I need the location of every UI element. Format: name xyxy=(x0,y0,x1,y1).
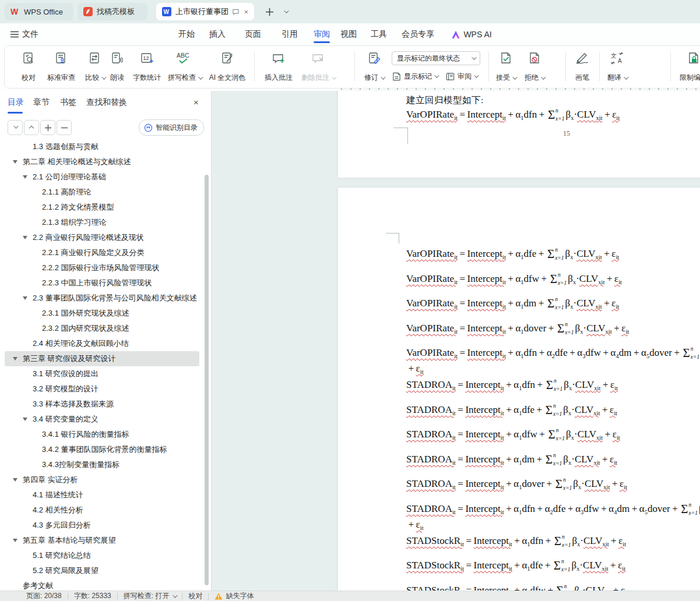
toc-item[interactable]: 4.2 相关性分析 xyxy=(5,503,199,518)
toc-item-label: 第二章 相关理论概述与文献综述 xyxy=(23,157,131,167)
toc-item-label: 5.2 研究局限及展望 xyxy=(33,565,99,576)
new-tab-button[interactable] xyxy=(262,5,276,19)
tab-comment-icon[interactable] xyxy=(232,8,240,16)
menu-review[interactable]: 审阅 xyxy=(309,28,335,41)
wps-ai-button[interactable]: WPS AI xyxy=(450,28,493,41)
marks-state-dropdown[interactable]: 显示标记的最终状态 xyxy=(392,51,480,65)
wps-logo-icon: W xyxy=(10,7,20,16)
reject-button[interactable]: 拒绝 xyxy=(521,50,548,83)
toc-collapse-arrow-icon[interactable] xyxy=(13,478,17,482)
proofread-button[interactable]: 校对 xyxy=(16,50,41,83)
tab-wps-office[interactable]: W WPS Office xyxy=(5,3,73,20)
toc-item[interactable]: 2.3.2 国内研究现状及综述 xyxy=(5,321,199,336)
tab-label: WPS Office xyxy=(24,8,63,16)
show-marks-button[interactable]: 显示标记 xyxy=(392,70,438,83)
collapse-all-button[interactable] xyxy=(24,120,39,135)
sidebar-tab-chapters[interactable]: 章节 xyxy=(33,97,50,108)
toc-collapse-arrow-icon[interactable] xyxy=(23,236,27,239)
zoom-out-outline-button[interactable] xyxy=(57,120,72,135)
insert-comment-button[interactable]: 插入批注 xyxy=(261,50,296,83)
standard-review-button[interactable]: 标准审查 xyxy=(44,50,79,83)
document-page-16[interactable]: VarOPIRateit=Interceptit+α1dfe+Σnx=1 βx … xyxy=(338,188,700,591)
menu-member[interactable]: 会员专享 xyxy=(399,28,437,41)
compare-button[interactable]: 比较 xyxy=(81,50,109,83)
toc-item-label: 3.3 样本选择及数据来源 xyxy=(33,399,114,409)
menu-home[interactable]: 开始 xyxy=(174,28,199,41)
file-menu[interactable]: 文件 xyxy=(8,28,41,41)
toc-item[interactable]: 2.1.1 高阶理论 xyxy=(5,185,199,200)
menu-bar: 文件 开始 插入 页面 引用 审阅 视图 工具 会员专享 WPS AI xyxy=(0,23,700,44)
toc-item[interactable]: 2.1.2 跨文化情景模型 xyxy=(5,200,199,215)
toc-item[interactable]: 3.4.1 银行风险的衡量指标 xyxy=(5,427,199,442)
tab-zhaogaoke[interactable]: 找稿壳模板 xyxy=(78,3,147,20)
ink-brush-button[interactable]: 画笔 xyxy=(569,50,595,83)
sidebar-tab-find-replace[interactable]: 查找和替换 xyxy=(86,97,127,108)
track-changes-icon xyxy=(367,50,381,66)
toc-item[interactable]: 3.2 研究模型的设计 xyxy=(5,381,199,397)
toc-collapse-arrow-icon[interactable] xyxy=(13,539,17,542)
menu-insert[interactable]: 插入 xyxy=(205,28,230,41)
review-pane-button[interactable]: 审阅 xyxy=(445,70,477,83)
expand-all-button[interactable] xyxy=(8,120,23,135)
toc-collapse-arrow-icon[interactable] xyxy=(23,175,27,179)
menu-tools[interactable]: 工具 xyxy=(366,28,392,41)
zoom-in-outline-button[interactable] xyxy=(40,120,55,135)
read-aloud-button[interactable]: 朗读 xyxy=(105,50,129,83)
track-changes-button[interactable]: 修订 xyxy=(361,50,387,83)
toc-list: 1.3 选题创新与贡献第二章 相关理论概述与文献综述2.1 公司治理理论基础2.… xyxy=(0,139,205,593)
toc-item[interactable]: 第四章 实证分析 xyxy=(5,472,199,487)
toc-item[interactable]: 3.3 样本选择及数据来源 xyxy=(5,397,199,412)
svg-text:A: A xyxy=(618,58,622,64)
ai-polish-button[interactable]: AI 全文润色 xyxy=(205,50,249,83)
toc-item-label: 3.2 研究模型的设计 xyxy=(33,384,99,394)
sidebar-scrollbar-thumb[interactable] xyxy=(205,175,209,585)
toc-item[interactable]: 2.1.3 组织学习理论 xyxy=(5,215,199,230)
toc-item[interactable]: 2.2 商业银行风险理论概述及现状 xyxy=(5,230,199,245)
accept-button[interactable]: 接受 xyxy=(493,50,519,83)
menu-view[interactable]: 视图 xyxy=(336,28,361,41)
text-boundary-mark xyxy=(407,128,408,144)
sidebar-close-icon[interactable]: × xyxy=(194,97,199,107)
smart-identify-toc-button[interactable]: 智能识别目录 xyxy=(139,119,204,136)
toc-item[interactable]: 2.2.1 商业银行风险定义及分类 xyxy=(5,245,199,260)
toc-item[interactable]: 第二章 相关理论概述与文献综述 xyxy=(5,154,199,169)
toc-item[interactable]: 4.1 描述性统计 xyxy=(5,487,199,503)
toc-item[interactable]: 第三章 研究假设及研究设计 xyxy=(5,351,199,366)
toc-item[interactable]: 第五章 基本结论与研究展望 xyxy=(5,533,199,548)
toc-item[interactable]: 参考文献 xyxy=(5,578,199,593)
missing-font-warning[interactable]: 缺失字体 xyxy=(214,591,254,601)
toc-item[interactable]: 3.4 研究变量的定义 xyxy=(5,412,199,427)
toc-item[interactable]: 2.1 公司治理理论基础 xyxy=(5,169,199,185)
toc-collapse-arrow-icon[interactable] xyxy=(23,296,27,300)
sidebar-tab-bookmarks[interactable]: 书签 xyxy=(60,97,76,108)
word-count-icon: 12 xyxy=(139,50,154,66)
toc-item[interactable]: 5.2 研究局限及展望 xyxy=(5,563,199,578)
toc-collapse-arrow-icon[interactable] xyxy=(13,160,17,164)
toc-item[interactable]: 2.2.2 国际银行业市场风险管理现状 xyxy=(5,260,199,275)
toc-item[interactable]: 2.3.1 国外研究现状及综述 xyxy=(5,306,199,321)
toc-item-label: 2.2.1 商业银行风险定义及分类 xyxy=(42,248,145,258)
tab-document-active[interactable]: W 上市银行董事团队国际化背景 × xyxy=(156,3,254,20)
sidebar-tab-toc[interactable]: 目录 xyxy=(8,97,24,108)
restrict-editing-button[interactable]: 限制编辑 xyxy=(676,50,700,83)
toc-item[interactable]: 5.1 研究结论总结 xyxy=(5,548,199,563)
toc-collapse-arrow-icon[interactable] xyxy=(13,357,17,360)
toc-item[interactable]: 3.1 研究假设的提出 xyxy=(5,366,199,381)
toc-item[interactable]: 3.4.3控制变量衡量指标 xyxy=(5,457,199,472)
regression-formula: VarOPIRateit=Interceptit+α1dm+Σnx=1 βx ·… xyxy=(406,296,619,311)
tab-close-icon[interactable]: × xyxy=(244,8,248,16)
tab-list-chevron-icon[interactable] xyxy=(279,5,293,19)
translate-button[interactable]: 文A 翻译 xyxy=(603,50,631,83)
toc-item[interactable]: 4.3 多元回归分析 xyxy=(5,518,199,533)
menu-reference[interactable]: 引用 xyxy=(277,28,302,41)
toc-collapse-arrow-icon[interactable] xyxy=(23,418,27,421)
toc-item[interactable]: 2.3 董事团队国际化背景与公司风险相关文献综述 xyxy=(5,291,199,306)
regression-formula: STADROAit=Interceptit+α1dfe+Σnx=1 βx ·CL… xyxy=(406,402,617,418)
spell-check-button[interactable]: ABC 拼写检查 xyxy=(167,50,203,83)
menu-page[interactable]: 页面 xyxy=(240,28,266,41)
toc-item[interactable]: 2.4 相关理论及文献回顾小结 xyxy=(5,336,199,351)
document-page-15[interactable]: 建立回归模型如下: VarOPIRateit=Interceptit+α1dfn… xyxy=(338,91,700,178)
word-count-button[interactable]: 12 字数统计 xyxy=(131,50,163,83)
toc-item[interactable]: 3.4.2 董事团队国际化背景的衡量指标 xyxy=(5,442,199,457)
toc-item[interactable]: 2.2.3 中国上市银行风险管理现状 xyxy=(5,275,199,291)
